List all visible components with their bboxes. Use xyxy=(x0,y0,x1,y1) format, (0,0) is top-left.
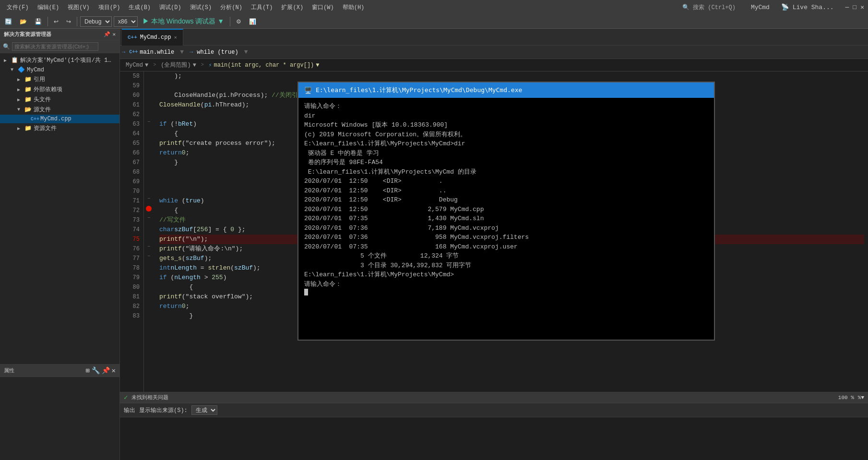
cmd-line: 请输入命令： xyxy=(304,102,708,111)
sidebar-item-headers[interactable]: ▶ 📁 头文件 xyxy=(0,94,119,105)
nav-bar: → C++ main.while ▼ → while (true) ▼ xyxy=(120,46,868,59)
menu-item[interactable]: 测试(S) xyxy=(187,2,215,12)
nav-while-dropdown[interactable]: ▼ xyxy=(244,48,248,56)
props-grid-icon[interactable]: ⊞ xyxy=(85,366,89,375)
project-item[interactable]: ▼ 🔷 MyCmd xyxy=(0,65,119,74)
scope-project-dropdown[interactable]: ▼ xyxy=(145,62,148,69)
sources-arrow: ▼ xyxy=(17,107,24,112)
scope-range[interactable]: (全局范围) ▼ xyxy=(159,61,198,69)
status-ok-icon: ✓ xyxy=(124,393,128,401)
cmd-line: dir xyxy=(304,111,708,121)
menu-item[interactable]: 扩展(X) xyxy=(278,2,306,12)
sidebar-item-mycmdcpp[interactable]: C++ MyCmd.cpp xyxy=(0,115,119,123)
mycmdcpp-label: MyCmd.cpp xyxy=(40,116,71,122)
nav-arrow-right[interactable]: → xyxy=(190,49,193,56)
collapse-marker-71[interactable]: − xyxy=(145,196,153,201)
cmd-title-bar: 🖥️ E:\learn_files\1.计算机\MyProjects\MyCmd… xyxy=(298,83,714,98)
scope-function-dropdown[interactable]: ▼ xyxy=(316,62,319,69)
separator1 xyxy=(48,17,48,26)
menu-item[interactable]: 文件(F) xyxy=(4,2,32,12)
output-header: 输出 显示输出来源(S): 生成 xyxy=(120,403,868,417)
menu-item[interactable]: 调试(D) xyxy=(156,2,184,12)
solution-label: 解决方案'MyCmd'(1个项目/共 1个) xyxy=(20,56,116,64)
menu-item[interactable]: 视图(V) xyxy=(65,2,93,12)
minimize-btn[interactable]: ─ xyxy=(845,4,849,11)
cmd-line: E:\learn_files\1.计算机\MyProjects\MyCmd>di… xyxy=(304,139,708,149)
search-box[interactable]: 🔍 搜索 (Ctrl+Q) xyxy=(678,2,739,12)
props-sort-icon[interactable]: 🔧 xyxy=(92,366,100,375)
maximize-btn[interactable]: □ xyxy=(853,4,856,11)
sidebar-item-externaldeps[interactable]: ▶ 📁 外部依赖项 xyxy=(0,84,119,94)
breakpoint-marker[interactable] xyxy=(146,206,152,212)
new-btn[interactable]: 🔄 xyxy=(2,17,15,26)
scope-sep2: > xyxy=(198,62,207,68)
sidebar-item-refs[interactable]: ▶ 📁 引用 xyxy=(0,74,119,84)
tab-close-icon[interactable]: ✕ xyxy=(174,35,177,40)
collapse-marker-74[interactable]: − xyxy=(145,215,153,221)
search-input[interactable] xyxy=(12,42,98,51)
pin-icon[interactable]: 📌 xyxy=(104,31,110,37)
scope-range-dropdown[interactable]: ▼ xyxy=(193,62,196,69)
collapse-marker-79[interactable]: − xyxy=(145,254,153,259)
perf-btn[interactable]: 📊 xyxy=(246,17,259,26)
close-btn[interactable]: ✕ xyxy=(860,3,864,11)
menu-item[interactable]: 分析(N) xyxy=(217,2,245,12)
redo-btn[interactable]: ↪ xyxy=(63,17,74,26)
cmd-input-cursor[interactable] xyxy=(304,289,708,295)
nav-arrow-left[interactable]: → xyxy=(122,49,125,56)
menu-item[interactable]: 窗口(W) xyxy=(309,2,337,12)
open-btn[interactable]: 📂 xyxy=(17,17,30,26)
tab-label-mycmdcpp: MyCmd.cpp xyxy=(140,34,171,41)
scope-range-label: (全局范围) xyxy=(161,61,190,69)
cmd-line: 2020/07/01 07:35 1,430 MyCmd.sln xyxy=(304,214,708,224)
attach-btn[interactable]: ⚙ xyxy=(233,17,244,26)
cpp-file-icon: C++ xyxy=(128,35,137,40)
cmd-line: 2020/07/01 12:50 <DIR> .. xyxy=(304,186,708,196)
cmd-line: 卷的序列号是 98FE-FA54 xyxy=(304,158,708,167)
headers-arrow: ▶ xyxy=(17,97,24,103)
menu-item[interactable]: 编辑(E) xyxy=(35,2,62,12)
debug-config-select[interactable]: Debug xyxy=(80,16,112,27)
main-layout: 解决方案资源管理器 📌 ✕ 🔍 ▶ 📋 解决方案'MyCmd'(1个项目/共 1… xyxy=(0,29,868,460)
live-share-btn[interactable]: 📡 Live Sha... xyxy=(781,3,834,11)
menu-item[interactable]: 工具(T) xyxy=(248,2,276,12)
solution-icon: 📋 xyxy=(11,57,18,64)
cmd-window[interactable]: 🖥️ E:\learn_files\1.计算机\MyProjects\MyCmd… xyxy=(297,82,715,341)
title-bar: 文件(F)编辑(E)视图(V)项目(P)生成(B)调试(D)测试(S)分析(N)… xyxy=(0,0,868,14)
props-pin-icon[interactable]: 📌 xyxy=(102,366,110,375)
menu-item[interactable]: 项目(P) xyxy=(95,2,123,12)
zoom-dropdown[interactable]: %▼ xyxy=(858,395,864,401)
nav-item-main-while[interactable]: C++ main.while xyxy=(129,49,174,56)
code-line: ); xyxy=(159,71,864,81)
collapse-marker-63[interactable]: − xyxy=(145,119,153,125)
scope-project[interactable]: MyCmd ▼ xyxy=(124,62,150,69)
resources-label: 资源文件 xyxy=(34,124,57,132)
cmd-content[interactable]: 请输入命令：dirMicrosoft Windows [版本 10.0.1836… xyxy=(298,98,714,340)
solution-item[interactable]: ▶ 📋 解决方案'MyCmd'(1个项目/共 1个) xyxy=(0,55,119,65)
function-icon: ⚡ xyxy=(209,62,212,68)
zoom-level: 100 % xyxy=(838,395,854,401)
sources-label: 源文件 xyxy=(34,106,51,114)
sidebar-close-icon[interactable]: ✕ xyxy=(112,31,116,37)
nav-label-main-while: main.while xyxy=(140,49,174,56)
extdeps-label: 外部依赖项 xyxy=(34,85,62,94)
sidebar-header: 解决方案资源管理器 📌 ✕ xyxy=(0,29,119,40)
run-btn[interactable]: ▶ 本地 Windows 调试器 ▼ xyxy=(140,16,227,27)
undo-btn[interactable]: ↩ xyxy=(51,17,61,26)
menu-item[interactable]: 帮助(H) xyxy=(340,2,368,12)
nav-item-while-true[interactable]: while (true) xyxy=(197,49,238,56)
cmd-line: 2020/07/01 12:50 <DIR> Debug xyxy=(304,195,708,205)
sidebar-item-sources[interactable]: ▼ 📂 源文件 xyxy=(0,105,119,115)
properties-panel: 属性 ⊞ 🔧 📌 ✕ xyxy=(0,364,119,460)
props-close-icon[interactable]: ✕ xyxy=(112,366,116,375)
scope-function[interactable]: ⚡ main(int argc, char * argv[]) ▼ xyxy=(207,62,321,69)
save-btn[interactable]: 💾 xyxy=(32,17,45,26)
platform-select[interactable]: x86 xyxy=(114,16,138,27)
menu-item[interactable]: 生成(B) xyxy=(126,2,154,12)
cmd-line: 3 个目录 30,294,392,832 可用字节 xyxy=(304,261,708,271)
output-source-select[interactable]: 生成 xyxy=(191,405,217,415)
sidebar-item-resources[interactable]: ▶ 📁 资源文件 xyxy=(0,123,119,133)
tab-mycmdcpp[interactable]: C++ MyCmd.cpp ✕ xyxy=(122,29,183,46)
cmd-line: 驱动器 E 中的卷是 学习 xyxy=(304,149,708,158)
collapse-marker-78[interactable]: − xyxy=(145,244,153,249)
